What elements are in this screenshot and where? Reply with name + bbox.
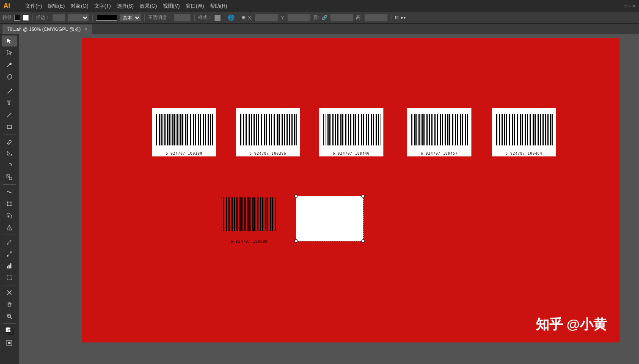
svg-rect-223 — [226, 197, 227, 231]
barcode-2[interactable]: 6 924707 100396 — [236, 108, 300, 156]
svg-rect-107 — [289, 114, 290, 145]
svg-rect-179 — [460, 114, 461, 145]
artboard-tool[interactable] — [2, 272, 17, 283]
warp-tool[interactable] — [2, 186, 17, 197]
transform-icon[interactable]: ⊡ — [395, 15, 399, 20]
x-input[interactable]: 327.333 — [255, 14, 278, 22]
svg-rect-232 — [240, 197, 242, 231]
svg-rect-174 — [452, 114, 453, 145]
y-input[interactable]: 289.884 — [287, 14, 311, 22]
svg-rect-182 — [465, 114, 466, 145]
menu-effect[interactable]: 效果(C) — [137, 2, 160, 11]
shape-builder-tool[interactable] — [2, 210, 17, 221]
watermark: 知乎 @小黄 — [536, 315, 607, 334]
hand-tool[interactable] — [2, 299, 17, 310]
svg-rect-240 — [253, 197, 255, 231]
svg-rect-23 — [8, 265, 10, 268]
svg-rect-114 — [325, 114, 325, 145]
menu-select[interactable]: 选择(S) — [114, 2, 136, 11]
document-tab[interactable]: 70L.ai* @ 150% (CMYK/GPU 预览) ✕ — [3, 25, 92, 34]
zoom-tool[interactable] — [2, 311, 17, 322]
align-icon[interactable]: ⊞ — [242, 15, 245, 20]
svg-rect-71 — [205, 114, 206, 145]
separator-7 — [391, 14, 391, 21]
svg-rect-176 — [455, 114, 456, 145]
svg-rect-60 — [187, 114, 188, 145]
svg-rect-69 — [202, 114, 202, 145]
rotate-tool[interactable] — [2, 160, 17, 171]
slice-tool[interactable] — [2, 287, 17, 298]
svg-rect-243 — [259, 197, 259, 231]
menu-window[interactable]: 窗口(W) — [183, 2, 207, 11]
tab-close-button[interactable]: ✕ — [84, 27, 88, 32]
svg-line-5 — [7, 143, 8, 144]
fill-stroke-display[interactable] — [2, 326, 17, 337]
stroke-color[interactable] — [14, 15, 20, 21]
handle-tr[interactable] — [361, 194, 365, 198]
svg-rect-102 — [281, 114, 281, 145]
scale-tool[interactable] — [2, 172, 17, 183]
link-icon: 🔗 — [322, 15, 328, 20]
barcode-1[interactable]: 6 924707 100389 — [152, 108, 216, 156]
title-bar-controls: ▭ ▫ ✕ — [623, 3, 636, 9]
menu-view[interactable]: 视图(V) — [160, 2, 182, 11]
type-tool[interactable]: T — [2, 98, 17, 109]
h-input[interactable]: 79 px — [364, 14, 388, 22]
opacity-input[interactable]: 100% — [174, 14, 191, 22]
stroke-style-select[interactable]: 基本 — [120, 14, 141, 22]
svg-rect-72 — [207, 114, 207, 145]
selected-element[interactable] — [296, 196, 364, 241]
direct-selection-tool[interactable] — [2, 47, 17, 58]
fill-color[interactable] — [23, 15, 29, 21]
handle-bl[interactable] — [295, 239, 298, 243]
blend-tool[interactable] — [2, 249, 17, 260]
svg-rect-103 — [282, 114, 283, 145]
svg-rect-52 — [174, 114, 175, 145]
lasso-tool[interactable] — [2, 71, 17, 82]
insert-select[interactable] — [68, 14, 89, 22]
more-icon[interactable]: ▸▸ — [401, 15, 406, 20]
w-input[interactable]: 107.947 — [330, 14, 353, 22]
paint-bucket-tool[interactable] — [2, 148, 17, 159]
screen-mode[interactable] — [2, 337, 17, 348]
rectangle-tool[interactable] — [2, 121, 17, 132]
graph-tool[interactable] — [2, 260, 17, 271]
menu-text[interactable]: 文字(T) — [92, 2, 113, 11]
menu-help[interactable]: 帮助(H) — [207, 2, 230, 11]
menu-file[interactable]: 文件(F) — [23, 2, 44, 11]
svg-line-3 — [7, 113, 11, 117]
handle-tl[interactable] — [295, 194, 298, 198]
menu-bar: 文件(F) 编辑(E) 对象(O) 文字(T) 选择(S) 效果(C) 视图(V… — [23, 2, 230, 11]
selection-tool[interactable] — [2, 36, 17, 47]
style-swatch[interactable] — [215, 15, 220, 21]
svg-rect-190 — [504, 114, 505, 145]
magic-wand-tool[interactable] — [2, 59, 17, 70]
tool-separator-5 — [3, 285, 16, 285]
svg-line-9 — [7, 175, 9, 177]
pencil-tool[interactable] — [2, 136, 17, 147]
svg-rect-54 — [177, 114, 178, 145]
svg-rect-141 — [370, 114, 370, 145]
barcode-4[interactable]: 6 924707 100457 — [407, 108, 471, 156]
svg-rect-173 — [451, 114, 451, 145]
barcode-6[interactable]: 6 924707 100389 — [222, 197, 277, 244]
handle-br[interactable] — [361, 239, 365, 243]
free-transform-tool[interactable] — [2, 198, 17, 209]
eyedropper-tool[interactable] — [2, 237, 17, 248]
perspective-grid-tool[interactable] — [2, 222, 17, 233]
menu-edit[interactable]: 编辑(E) — [45, 2, 67, 11]
svg-rect-88 — [258, 114, 259, 145]
svg-point-12 — [10, 202, 11, 203]
barcode-5[interactable]: 6 924707 100464 — [492, 108, 556, 156]
canvas-area[interactable]: 6 924707 100389 — [19, 34, 639, 364]
pen-tool[interactable] — [2, 86, 17, 97]
svg-rect-97 — [273, 114, 273, 145]
svg-rect-121 — [337, 114, 338, 145]
barcode-3[interactable]: 6 924707 100440 — [319, 108, 383, 156]
globe-icon[interactable]: 🌐 — [228, 14, 234, 21]
line-tool[interactable] — [2, 109, 17, 120]
svg-rect-181 — [464, 114, 464, 145]
svg-rect-83 — [249, 114, 250, 145]
menu-object[interactable]: 对象(O) — [68, 2, 91, 11]
insert-input[interactable] — [52, 14, 65, 22]
